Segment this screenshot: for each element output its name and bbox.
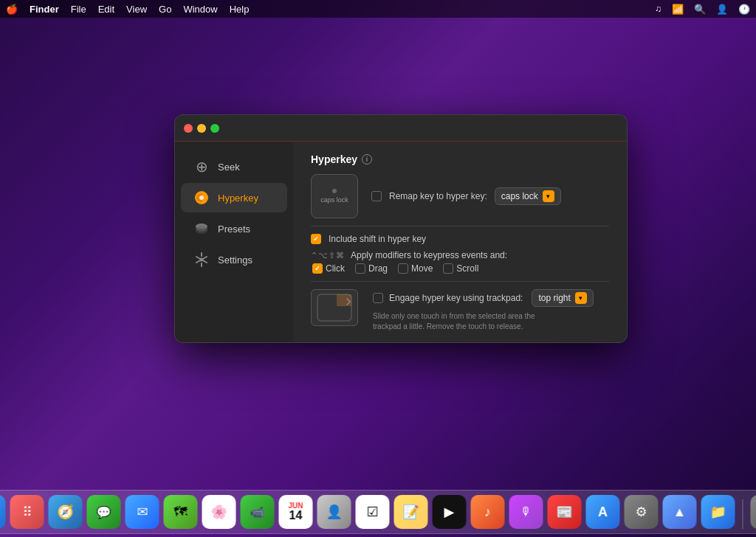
hyperkey-icon [193,189,210,207]
apply-move-label: Move [411,263,433,274]
apply-scroll-item: Scroll [443,263,478,274]
dock-system-settings[interactable]: ⚙ [625,495,659,529]
dock-music[interactable]: ♪ [471,495,505,529]
sidebar-label-settings: Settings [218,254,252,266]
close-button[interactable] [184,124,193,133]
include-shift-label: Include shift in hyper key [329,234,426,244]
menubar-app-name[interactable]: Finder [30,4,59,15]
main-content: Hyperkey i caps lock Remap key to hyper … [293,142,627,342]
engage-section: Engage hyper key using trackpad: top rig… [311,289,609,332]
menubar-left: 🍎 Finder File Edit View Go Window Help [6,4,249,15]
apply-options-group: Click Drag Move Scroll [312,263,609,274]
apply-click-label: Click [326,263,345,274]
dock-notes[interactable]: 📝 [394,495,428,529]
sidebar-item-presets[interactable]: Presets [181,214,287,243]
remap-dropdown-value: caps lock [501,191,538,201]
menubar-view[interactable]: View [126,4,147,15]
dock-reminders[interactable]: ☑ [356,495,390,529]
apply-move-item: Move [398,263,433,274]
menubar-go[interactable]: Go [159,4,171,15]
dock-launchpad[interactable]: ⠿ [10,495,44,529]
remap-dropdown-arrow: ▾ [543,190,554,202]
apply-click-checkbox[interactable] [312,263,323,274]
menubar-help[interactable]: Help [230,4,250,15]
menubar-right: ♫ 📶 🔍 👤 🕐 [655,4,750,15]
dock-trash[interactable]: 🗑 [751,495,757,529]
shazam-icon[interactable]: ♫ [655,4,662,14]
dock-facetime[interactable]: 📹 [241,495,275,529]
dock-podcasts[interactable]: 🎙 [509,495,543,529]
apply-drag-item: Drag [355,263,388,274]
remap-checkbox-row: Remap key to hyper key: caps lock ▾ [371,187,561,205]
minimize-button[interactable] [197,124,206,133]
apply-drag-label: Drag [368,263,388,274]
apply-scroll-checkbox[interactable] [443,263,453,274]
dock-contacts[interactable]: 👤 [317,495,351,529]
trackpad-preview [311,289,358,326]
svg-point-11 [200,258,204,262]
divider-1 [311,226,609,226]
clock-icon[interactable]: 🕐 [738,4,750,15]
engage-dropdown[interactable]: top right ▾ [532,289,593,307]
sidebar-item-hyperkey[interactable]: Hyperkey [181,183,287,212]
dock-safari[interactable]: 🧭 [49,495,83,529]
menubar-window[interactable]: Window [183,4,217,15]
engage-dropdown-arrow: ▾ [575,292,587,304]
dock-altimeter[interactable]: ▲ [663,495,697,529]
dock-files[interactable]: 📁 [701,495,735,529]
info-icon[interactable]: i [362,154,372,164]
dock-maps[interactable]: 🗺 [164,495,198,529]
dock: ⠿ 🧭 💬 ✉ 🗺 🌸 📹 JUN14 👤 ☑ 📝 ▶ ♪ 🎙 📰 A [0,490,756,534]
apply-move-checkbox[interactable] [398,263,408,274]
divider-2 [311,281,609,282]
caps-lock-box: caps lock [311,174,358,218]
sidebar-item-settings[interactable]: Settings [181,245,287,274]
sidebar-label-hyperkey: Hyperkey [218,193,258,204]
control-center-icon[interactable]: 👤 [716,4,728,15]
remap-label: Remap key to hyper key: [389,191,487,201]
sidebar-item-seek[interactable]: ⊕ Seek [181,152,287,181]
window-body: ⊕ Seek Hyperkey [175,142,627,342]
dock-finder[interactable] [0,495,6,529]
menubar-edit[interactable]: Edit [98,4,114,15]
dock-appletv[interactable]: ▶ [433,495,467,529]
wifi-icon[interactable]: 📶 [672,4,684,15]
apply-label: Apply modifiers to keypress events and: [351,250,507,260]
apply-click-item: Click [312,263,345,274]
dock-calendar[interactable]: JUN14 [279,495,313,529]
search-icon[interactable]: 🔍 [694,4,706,15]
include-shift-row: Include shift in hyper key [311,234,609,244]
svg-point-4 [196,228,207,234]
svg-point-1 [199,195,204,200]
dock-photos[interactable]: 🌸 [202,495,236,529]
apply-scroll-label: Scroll [456,263,478,274]
engage-checkbox-row: Engage hyper key using trackpad: top rig… [373,289,594,307]
menubar: 🍎 Finder File Edit View Go Window Help ♫… [0,0,756,18]
modifiers-symbol: ⌃⌥⇧⌘ [311,251,345,260]
include-shift-checkbox[interactable] [311,234,321,244]
section-title: Hyperkey i [311,153,609,165]
apply-modifiers-section: ⌃⌥⇧⌘ Apply modifiers to keypress events … [311,250,609,260]
engage-label: Engage hyper key using trackpad: [389,293,523,303]
dock-messages[interactable]: 💬 [87,495,121,529]
sidebar-label-presets: Presets [218,224,250,235]
window-controls [184,124,219,133]
engage-dropdown-value: top right [538,293,570,303]
sidebar: ⊕ Seek Hyperkey [175,142,293,342]
dock-news[interactable]: 📰 [548,495,582,529]
apple-menu[interactable]: 🍎 [6,4,18,15]
dock-divider [743,499,743,529]
remap-checkbox[interactable] [371,191,382,201]
caps-lock-label: caps lock [320,196,348,204]
menubar-file[interactable]: File [71,4,86,15]
remap-dropdown[interactable]: caps lock ▾ [495,187,561,205]
engage-checkbox[interactable] [373,293,383,303]
seek-icon: ⊕ [193,158,210,176]
dock-appstore[interactable]: A [586,495,620,529]
engage-options: Engage hyper key using trackpad: top rig… [373,289,594,332]
titlebar [175,115,627,142]
dock-mail[interactable]: ✉ [126,495,159,529]
maximize-button[interactable] [210,124,219,133]
sidebar-label-seek: Seek [218,162,240,173]
apply-drag-checkbox[interactable] [355,263,365,274]
